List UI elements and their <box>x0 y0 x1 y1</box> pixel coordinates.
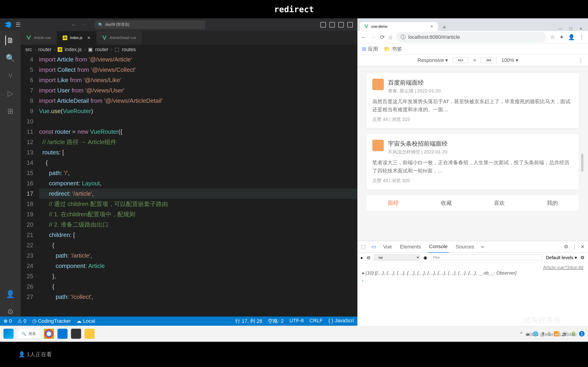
banner-title: redirect <box>0 0 588 18</box>
tab-label: index.js <box>70 36 82 40</box>
chevron-up-icon[interactable]: ^ <box>520 331 522 336</box>
local-button[interactable]: ☁ Local <box>77 318 95 324</box>
code-content[interactable]: import Article from '@/views/Article' im… <box>39 54 357 317</box>
sidebar-icon[interactable]: ▸ <box>361 255 363 260</box>
forward-icon[interactable]: → <box>80 22 86 28</box>
crumb: routes <box>122 47 136 52</box>
console-prompt[interactable]: › <box>362 278 583 283</box>
back-icon[interactable]: ← <box>361 34 366 40</box>
explorer-icon[interactable] <box>85 329 95 339</box>
tab-console[interactable]: Console <box>428 241 449 253</box>
width-input[interactable] <box>452 57 468 63</box>
layout-grid-icon[interactable] <box>347 22 353 27</box>
more-icon[interactable]: ⋮ <box>572 244 577 250</box>
start-button[interactable] <box>3 329 14 339</box>
explorer-icon[interactable]: 🗎 <box>5 35 15 45</box>
filter-input[interactable] <box>431 255 542 260</box>
menu-icon[interactable]: ☰ <box>16 22 21 28</box>
command-search[interactable]: 🔍 day06 [管理员] <box>95 20 205 29</box>
bottom-nav: 面经 收藏 喜欢 我的 <box>367 195 579 211</box>
coding-tracker[interactable]: ◷ CodingTracker <box>32 318 71 324</box>
account-icon[interactable]: 👤 <box>6 289 15 299</box>
terminal-icon[interactable] <box>71 329 81 339</box>
device-selector[interactable]: Responsive ▾ <box>418 57 448 63</box>
notification-badge[interactable]: 1 <box>579 331 585 336</box>
nav-like[interactable]: 喜欢 <box>473 195 526 211</box>
chrome-icon[interactable] <box>44 329 54 339</box>
tab-vue[interactable]: Vue <box>382 241 393 252</box>
height-input[interactable] <box>481 57 497 63</box>
tab-index-js[interactable]: JS index.js ✕ <box>57 31 96 45</box>
code-editor[interactable]: 4567891011121314151617181920212223242526… <box>21 54 357 317</box>
vscode-icon[interactable] <box>57 329 68 339</box>
url-input[interactable]: ⓘ localhost:8080/#/article <box>397 32 546 42</box>
tab-articledetail-vue[interactable]: ArticleDetail.vue <box>96 31 142 45</box>
article-card[interactable]: 百度前端面经 青春, 那么骚 | 2022-01-20 虽然百度这几年发展势头落… <box>367 73 579 128</box>
source-link[interactable]: Article.vue?34ce:49 <box>362 265 583 270</box>
taskbar-search[interactable]: 🔍 搜索 <box>17 330 40 338</box>
more-icon[interactable]: ⋮ <box>578 57 583 63</box>
panel-left-icon[interactable] <box>320 22 326 27</box>
extensions-icon[interactable]: ✦ <box>559 34 564 40</box>
star-icon[interactable]: ☆ <box>550 34 555 40</box>
cursor-pos[interactable]: 行 17, 列 28 <box>235 318 262 325</box>
article-card[interactable]: 宇宙头条校招前端面经 不风流怎样倜傥 | 2022-01-20 笔者读大三，前端… <box>367 134 579 189</box>
close-icon[interactable]: ✕ <box>580 244 585 250</box>
source-control-icon[interactable]: ⑂ <box>6 71 15 81</box>
bookmark-folder[interactable]: 📁 书签 <box>384 46 402 52</box>
nav-collect[interactable]: 收藏 <box>420 195 473 211</box>
home-icon[interactable]: ⌂ <box>389 34 392 40</box>
browser-tabs: vue-demo ✕ + — ☐ ✕ <box>357 18 588 31</box>
clear-icon[interactable]: ⊘ <box>367 255 371 260</box>
tab-sources[interactable]: Sources <box>455 241 476 252</box>
inspect-icon[interactable]: ⬚ <box>361 244 366 250</box>
zoom-selector[interactable]: 100% ▾ <box>502 57 518 63</box>
reload-icon[interactable]: ⟳ <box>380 34 385 40</box>
errors-count[interactable]: ⊗ 0 <box>3 318 12 324</box>
console-line: ▸ (10) [{…}, {…}, {…}, {…}, {…}, {…}, {…… <box>362 270 583 276</box>
more-tabs-icon[interactable]: » <box>481 244 484 250</box>
browser-tab[interactable]: vue-demo ✕ <box>360 22 438 31</box>
settings-icon[interactable]: ⚙ <box>580 255 585 260</box>
minimize-icon[interactable]: — <box>559 27 562 31</box>
panel-bottom-icon[interactable] <box>329 22 335 27</box>
stream-bar: 👤 1人正在看 <box>0 342 588 367</box>
article-title: 百度前端面经 <box>388 79 441 87</box>
profile-icon[interactable]: 👤 <box>568 34 575 40</box>
breadcrumb[interactable]: src› router› JS index.js› ▣ router› ⬚ ro… <box>21 45 357 54</box>
warnings-count[interactable]: ⚠ 0 <box>17 318 26 324</box>
context-select[interactable]: top <box>374 254 420 261</box>
levels-select[interactable]: Default levels ▾ <box>546 255 577 260</box>
windows-taskbar: 🔍 搜索 ^ ☁ 🌐 ⬆ S 📶 🔊 🔋 1 <box>0 326 588 342</box>
vue-icon <box>102 35 107 40</box>
close-icon[interactable]: ✕ <box>430 24 433 29</box>
tab-article-vue[interactable]: Article.vue <box>21 31 57 45</box>
device-icon[interactable]: ▭ <box>372 244 376 250</box>
forward-icon[interactable]: → <box>371 34 376 40</box>
nav-mianjing[interactable]: 面经 <box>367 195 420 211</box>
nav-mine[interactable]: 我的 <box>526 195 579 211</box>
settings-icon[interactable]: ⚙ <box>564 244 569 250</box>
back-icon[interactable]: ← <box>71 22 77 28</box>
indent[interactable]: 空格: 2 <box>268 318 284 325</box>
extensions-icon[interactable]: ⊞ <box>6 106 15 116</box>
eol[interactable]: CRLF <box>309 318 322 325</box>
debug-icon[interactable]: ▷ <box>6 89 15 98</box>
resize-handle[interactable] <box>581 153 583 172</box>
panel-right-icon[interactable] <box>338 22 344 27</box>
settings-icon[interactable]: ⚙ <box>6 307 15 317</box>
eye-icon[interactable]: ◉ <box>423 255 427 260</box>
apps-button[interactable]: ⊞ 应用 <box>362 46 378 52</box>
language[interactable]: { } JavaScri <box>329 318 354 325</box>
cube-icon: ▣ <box>88 47 93 52</box>
close-icon[interactable]: ✕ <box>87 35 90 40</box>
encoding[interactable]: UTF-8 <box>289 318 304 325</box>
crumb: src <box>25 47 32 52</box>
maximize-icon[interactable]: ☐ <box>569 27 572 31</box>
search-icon[interactable]: 🔍 <box>6 53 15 63</box>
close-icon[interactable]: ✕ <box>579 27 582 31</box>
article-body: 笔者读大三，前端小白一枚，正在准备春招，人生第一次面试，投了头条前端，总共经历了… <box>372 158 573 175</box>
tab-elements[interactable]: Elements <box>399 241 422 252</box>
new-tab-button[interactable]: + <box>438 24 451 31</box>
menu-icon[interactable]: ⋮ <box>579 34 585 40</box>
